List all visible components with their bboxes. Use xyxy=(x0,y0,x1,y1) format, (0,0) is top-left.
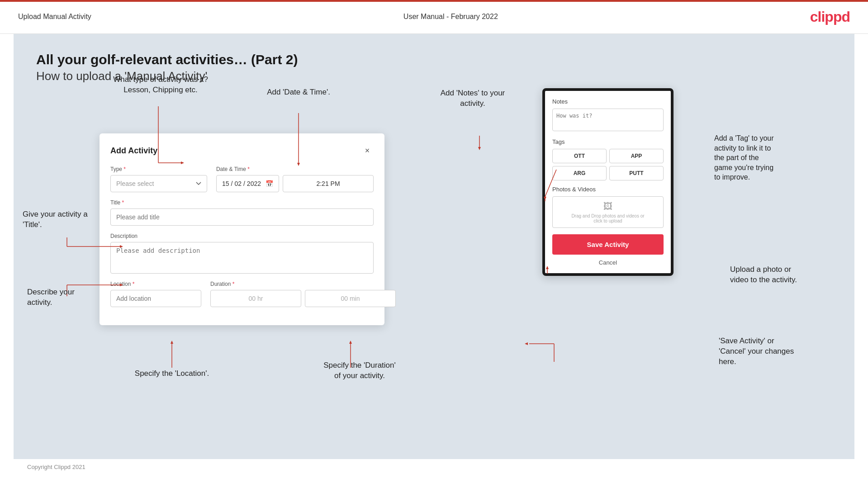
photos-section: Photos & Videos 🖼 Drag and Drop photos a… xyxy=(552,186,664,228)
location-input[interactable] xyxy=(110,290,201,307)
svg-marker-16 xyxy=(478,147,481,150)
callout-upload: Upload a photo orvideo to the activity. xyxy=(730,265,843,285)
title-input[interactable] xyxy=(110,208,374,226)
location-label: Location * xyxy=(110,281,201,287)
svg-marker-12 xyxy=(171,341,173,344)
date-day: 15 xyxy=(222,180,229,187)
phone-inner: Notes Tags OTT APP ARG PUTT Photos & Vid… xyxy=(545,91,671,273)
callout-save-cancel: 'Save Activity' or'Cancel' your changesh… xyxy=(719,336,845,367)
callout-title: Give your activity a'Title'. xyxy=(23,209,100,230)
duration-label: Duration * xyxy=(210,281,396,287)
date-month: 02 xyxy=(234,180,242,187)
callout-date-time: Add 'Date & Time'. xyxy=(253,87,344,98)
callout-notes: Add 'Notes' to youractivity. xyxy=(409,88,536,109)
callout-describe: Describe youractivity. xyxy=(27,287,95,308)
callout-duration: Specify the 'Duration'of your activity. xyxy=(303,360,416,381)
form-row-title: Title * xyxy=(110,199,374,226)
callout-location: Specify the 'Location'. xyxy=(115,369,228,379)
location-field-group: Location * xyxy=(110,281,201,307)
photos-section-label: Photos & Videos xyxy=(552,186,664,193)
duration-hr-input[interactable] xyxy=(210,290,301,307)
svg-marker-24 xyxy=(525,342,528,345)
copyright-text: Copyright Clippd 2021 xyxy=(27,464,85,470)
add-activity-modal: Add Activity × Type * Please select Date… xyxy=(100,133,384,325)
duration-field-group: Duration * xyxy=(210,281,396,307)
date-year: 2022 xyxy=(247,180,261,187)
description-label: Description xyxy=(110,233,374,239)
page-breadcrumb: Upload Manual Activity xyxy=(18,13,91,21)
modal-wrapper: Add Activity × Type * Please select Date… xyxy=(100,133,384,325)
type-label: Type * xyxy=(110,166,207,172)
phone-mockup: Notes Tags OTT APP ARG PUTT Photos & Vid… xyxy=(542,88,674,276)
tags-section-label: Tags xyxy=(552,138,664,145)
duration-min-input[interactable] xyxy=(305,290,396,307)
description-field-group: Description xyxy=(110,233,374,274)
footer: Copyright Clippd 2021 xyxy=(0,459,868,475)
save-activity-button[interactable]: Save Activity xyxy=(552,234,664,255)
type-select[interactable]: Please select xyxy=(110,175,207,192)
top-bar: Upload Manual Activity User Manual - Feb… xyxy=(0,0,868,34)
callout-activity-type: What type of activity was it?Lesson, Chi… xyxy=(111,75,210,95)
form-row-type-date: Type * Please select Date & Time * 15 / xyxy=(110,166,374,192)
type-field-group: Type * Please select xyxy=(110,166,207,192)
tags-section: Tags OTT APP ARG PUTT xyxy=(552,138,664,180)
main-content: All your golf-relevant activities… (Part… xyxy=(14,34,854,459)
cancel-link[interactable]: Cancel xyxy=(552,259,664,266)
tag-arg[interactable]: ARG xyxy=(552,166,607,180)
time-input[interactable] xyxy=(283,175,374,192)
tag-putt[interactable]: PUTT xyxy=(609,166,664,180)
notes-section: Notes xyxy=(552,98,664,133)
document-title: User Manual - February 2022 xyxy=(403,13,498,21)
title-field-group: Title * xyxy=(110,199,374,226)
date-time-label: Date & Time * xyxy=(216,166,374,172)
modal-header: Add Activity × xyxy=(110,144,374,157)
callout-tag: Add a 'Tag' to youractivity to link it t… xyxy=(714,133,841,182)
svg-marker-14 xyxy=(349,341,352,344)
tags-grid: OTT APP ARG PUTT xyxy=(552,149,664,180)
photo-upload-icon: 🖼 xyxy=(603,201,612,212)
notes-textarea[interactable] xyxy=(552,109,664,131)
page-title-bold: All your golf-relevant activities… (Part… xyxy=(36,52,832,67)
tag-app[interactable]: APP xyxy=(609,149,664,163)
description-textarea[interactable] xyxy=(110,242,374,274)
title-label: Title * xyxy=(110,199,374,206)
modal-title: Add Activity xyxy=(110,146,157,156)
form-row-location-duration: Location * Duration * xyxy=(110,281,374,307)
photo-upload-area[interactable]: 🖼 Drag and Drop photos and videos orclic… xyxy=(552,196,664,228)
date-input-group[interactable]: 15 / 02 / 2022 📅 xyxy=(216,175,279,192)
notes-section-label: Notes xyxy=(552,98,664,105)
photo-upload-text: Drag and Drop photos and videos orclick … xyxy=(571,213,644,223)
tag-ott[interactable]: OTT xyxy=(552,149,607,163)
clippd-logo: clippd xyxy=(810,9,850,25)
duration-inputs xyxy=(210,290,396,307)
calendar-icon: 📅 xyxy=(266,180,273,187)
date-time-field-group: Date & Time * 15 / 02 / 2022 📅 xyxy=(216,166,374,192)
modal-close-button[interactable]: × xyxy=(361,144,374,157)
form-row-description: Description xyxy=(110,233,374,274)
